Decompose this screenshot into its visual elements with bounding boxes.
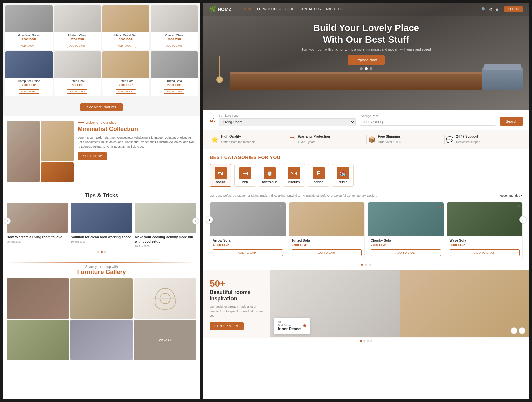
add-to-cart-button[interactable]: ADD TO CART — [116, 89, 136, 94]
search-icon[interactable]: 🔍 — [481, 7, 486, 12]
add-to-cart-button[interactable]: ADD TO CART — [371, 249, 441, 256]
add-to-cart-button[interactable]: ADD TO CART — [19, 44, 39, 48]
product-image — [5, 51, 53, 78]
minimalist-image-2 — [41, 121, 74, 161]
add-to-cart-button[interactable]: ADD TO CART — [164, 89, 184, 94]
product-name: Tufted Sofa — [152, 79, 197, 83]
explore-button[interactable]: Explore Now — [348, 55, 385, 65]
tips-dot-active — [101, 251, 103, 253]
product-card: Tufted Sofa 2700 EGP ADD TO CART — [151, 51, 198, 96]
grid-icon[interactable]: ⊞ — [495, 7, 499, 12]
inspiration-next-button[interactable]: › — [519, 327, 525, 334]
see-more-button[interactable]: See More Products — [80, 103, 123, 111]
category-office[interactable]: 🖥 OFFICE — [308, 164, 329, 187]
inspiration-dots — [203, 338, 529, 344]
add-to-cart-button[interactable]: ADD TO CART — [19, 89, 39, 94]
explore-more-button[interactable]: EXPLOR MORE — [210, 322, 244, 330]
product-name: Modern Chair — [55, 34, 100, 37]
categories-title: BEST CATAGORIES FOR YOU — [210, 155, 523, 160]
wishlist-icon[interactable]: ♡ — [280, 204, 284, 209]
shelf-category-icon: 📚 — [337, 167, 349, 179]
recommended-button[interactable]: Recommended ▾ — [500, 194, 523, 197]
add-to-cart-button[interactable]: ADD TO CART — [67, 44, 87, 48]
category-sofas[interactable]: 🛋 SOFAS — [210, 164, 231, 187]
dretable-category-icon: 🪞 — [264, 167, 276, 179]
add-to-cart-button[interactable]: ADD TO CART — [116, 44, 136, 48]
product-price: 700 EGP — [54, 83, 101, 87]
wishlist-icon[interactable]: ♡ — [517, 204, 520, 209]
product-name: Gray War Sofas — [7, 34, 51, 37]
badge-number: 01 — [278, 320, 301, 324]
product-card: Magic Wood Bed 3000 EGP ADD TO CART — [102, 5, 149, 50]
product-image: ♡ — [289, 202, 365, 236]
feature-title: High Quality — [221, 135, 255, 138]
add-to-cart-button[interactable]: ADD TO CART — [292, 249, 362, 256]
nav-link-home[interactable]: HOME — [242, 7, 252, 11]
logo-icon: 🌿 — [210, 6, 216, 12]
nav-link-blog[interactable]: BLOG — [285, 7, 295, 11]
price-input[interactable] — [360, 119, 496, 126]
gallery-title: Furniture Gallery — [7, 269, 196, 276]
add-to-cart-button[interactable]: ADD TO CART — [450, 249, 520, 256]
gallery-view-all[interactable]: View All — [134, 320, 196, 360]
feature-quality: ⭐ High Quality crafted from top material… — [210, 133, 288, 146]
product-card-tufted: ♡ Tufted Sofa 2700 EGP ADD TO CART — [289, 202, 365, 259]
tip-date: 20 Jan 2020 — [7, 240, 68, 243]
products-prev-button[interactable]: ‹ — [206, 216, 213, 223]
settings-icon[interactable]: ⚙ — [489, 7, 493, 12]
furniture-type-select[interactable]: Living Room — [219, 118, 356, 126]
nav-link-about[interactable]: ABOUT US — [326, 7, 343, 11]
add-to-cart-button[interactable]: ADD TO CART — [164, 44, 184, 48]
product-price: 2700 EGP — [102, 83, 149, 87]
product-card: Modern Chair 2700 EGP ADD TO CART — [54, 5, 101, 50]
office-category-icon: 🖥 — [313, 167, 325, 179]
insp-dot — [360, 340, 362, 342]
product-info: Arrow Sofa 4,500 EGP ADD TO CART — [210, 236, 286, 259]
nav-link-contact[interactable]: CONTACT US — [300, 7, 321, 11]
category-shelf[interactable]: 📚 SHELF — [332, 164, 354, 187]
add-to-cart-button[interactable]: ADD TO CART — [67, 89, 87, 94]
minimalist-description: Lorem Ipsum Dolor Sit Amet, Consectetur … — [78, 136, 196, 149]
login-button[interactable]: LOGIN — [504, 6, 523, 12]
product-info: Tufted Sofa 2700 EGP ADD TO CART — [289, 236, 365, 259]
inspiration-section: 50+ Beautiful rooms inspiration Our desi… — [203, 270, 529, 338]
category-dre-table[interactable]: 🪞 DRE TABLE — [259, 164, 280, 187]
category-kitchen[interactable]: 🍽 KITCHEN — [283, 164, 305, 187]
minimalist-title: Minimalist Collection — [78, 126, 196, 133]
product-name: Chunky Sofa — [371, 239, 441, 242]
tips-prev-button[interactable]: ‹ — [4, 218, 11, 224]
gallery-share-text: Share your setup with — [7, 265, 196, 269]
tips-next-button[interactable]: › — [192, 218, 199, 224]
product-card: Tufted Chair 700 EGP ADD TO CART — [54, 51, 101, 96]
gallery-abstract — [134, 278, 196, 319]
gallery-image — [7, 320, 69, 360]
search-button[interactable]: Search — [500, 117, 523, 126]
warranty-icon: 🛡 — [289, 136, 295, 143]
feature-desc: Over 2 years — [298, 140, 316, 144]
category-bed[interactable]: 🛏 BED — [234, 164, 256, 187]
product-price: 2700 EGP — [371, 243, 441, 247]
features-bar: ⭐ High Quality crafted from top material… — [203, 130, 529, 149]
tips-nav — [7, 251, 196, 253]
product-name: Magic Wood Bed — [104, 34, 148, 37]
gallery-image — [70, 320, 133, 360]
products-pagination — [203, 262, 529, 268]
feature-desc: crafted from top materials — [221, 140, 255, 144]
nav-link-furnitures[interactable]: FURNITURES — [257, 7, 281, 11]
minimalist-text: Welcome To Our Shop Minimalist Collectio… — [78, 121, 196, 182]
product-price: 2800 EGP — [5, 38, 53, 41]
feature-title: 24 / 7 Support — [456, 135, 480, 138]
tips-dot — [104, 251, 106, 253]
categories-section: BEST CATAGORIES FOR YOU 🛋 SOFAS 🛏 BED 🪞 … — [203, 149, 529, 192]
quality-icon: ⭐ — [211, 136, 218, 143]
shop-now-button[interactable]: SHOP NOW — [78, 152, 107, 160]
feature-warranty: 🛡 Warranty Protection Over 2 years — [288, 133, 366, 146]
product-image — [54, 5, 101, 32]
add-to-cart-button[interactable]: ADD TO CART — [213, 249, 283, 256]
inspiration-prev-button[interactable]: ‹ — [511, 327, 517, 334]
wishlist-icon[interactable]: ♡ — [359, 204, 362, 209]
wishlist-icon[interactable]: ♥ — [439, 204, 441, 209]
products-next-button[interactable]: › — [519, 216, 527, 223]
tip-image — [71, 203, 132, 233]
product-info: Wave Sofa 5000 EGP ADD TO CART — [447, 236, 523, 259]
